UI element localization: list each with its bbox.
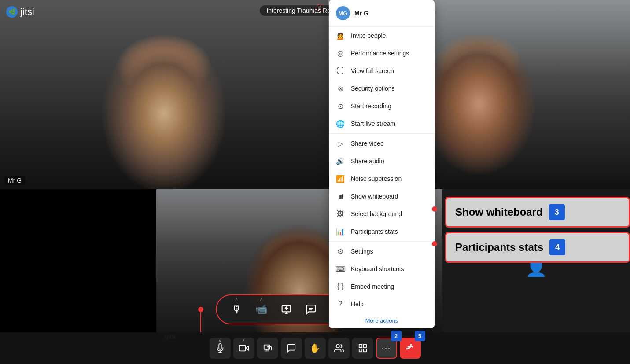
annotation-5: 5 bbox=[415, 331, 425, 341]
connector-dot-participants bbox=[432, 241, 437, 246]
dropdown-item-help[interactable]: ? Help bbox=[329, 295, 435, 313]
svg-rect-12 bbox=[359, 349, 361, 352]
svg-rect-13 bbox=[363, 349, 366, 352]
callout-whiteboard: Show whiteboard 3 bbox=[445, 197, 630, 228]
toolbar-chat-button[interactable] bbox=[301, 300, 321, 319]
dropdown-label-background: Select background bbox=[351, 210, 402, 217]
dropdown-label-settings: Settings bbox=[351, 248, 373, 255]
bar-share-button[interactable] bbox=[257, 338, 278, 359]
dropdown-label-invite: Invite people bbox=[351, 32, 386, 39]
annotation-2: 2 bbox=[391, 331, 402, 341]
callout-participants-stats-text: Participants stats bbox=[455, 241, 543, 254]
callout-whiteboard-text: Show whiteboard bbox=[455, 206, 543, 218]
gear-icon: ⚙ bbox=[336, 247, 345, 256]
dropdown-item-settings[interactable]: ⚙ Settings bbox=[329, 243, 435, 260]
waveform-icon: 📶 bbox=[336, 174, 345, 183]
dropdown-label-share-video: Share video bbox=[351, 140, 384, 147]
dropdown-item-share-audio[interactable]: 🔊 Share audio bbox=[329, 152, 435, 170]
jitsi-logo-text: jitsi bbox=[20, 6, 34, 18]
dropdown-item-share-video[interactable]: ▷ Share video bbox=[329, 135, 435, 152]
toolbar-mic-button[interactable]: ∧ 🎙 bbox=[227, 300, 247, 319]
dropdown-item-embed[interactable]: { } Embed meeting bbox=[329, 278, 435, 295]
video-mr-g: Mr G 🔇 bbox=[0, 0, 328, 189]
toolbar-camera-button[interactable]: ∧ 📹 bbox=[252, 300, 271, 319]
dropdown-label-livestream: Start live stream bbox=[351, 120, 395, 127]
bar-mic-button[interactable]: ∧ bbox=[210, 338, 231, 359]
bar-more-container: ··· 2 bbox=[376, 338, 397, 359]
security-icon: ⊗ bbox=[336, 84, 345, 93]
play-icon: ▷ bbox=[336, 139, 345, 148]
svg-rect-10 bbox=[359, 345, 361, 347]
bar-raise-hand-button[interactable]: ✋ bbox=[305, 338, 326, 359]
toolbar-share-screen-button[interactable] bbox=[276, 300, 296, 319]
callout-participants-stats-number: 4 bbox=[549, 239, 565, 255]
dropdown-item-whiteboard[interactable]: 🖥 Show whiteboard bbox=[329, 188, 435, 205]
stream-icon: 🌐 bbox=[336, 119, 345, 128]
dropdown-item-noise[interactable]: 📶 Noise suppression bbox=[329, 170, 435, 188]
person-add-icon: 🙍 bbox=[336, 31, 345, 40]
dropdown-item-recording[interactable]: ⊙ Start recording bbox=[329, 97, 435, 115]
dropdown-item-background[interactable]: 🖼 Select background bbox=[329, 205, 435, 223]
dropdown-label-share-audio: Share audio bbox=[351, 158, 384, 165]
dropdown-label-shortcuts: Keyboard shortcuts bbox=[351, 265, 404, 272]
record-icon: ⊙ bbox=[336, 102, 345, 110]
dropdown-divider-2 bbox=[329, 241, 435, 242]
whiteboard-icon: 🖥 bbox=[336, 192, 345, 201]
svg-point-9 bbox=[336, 345, 339, 348]
callout-whiteboard-number: 3 bbox=[549, 204, 565, 220]
dropdown-label-recording: Start recording bbox=[351, 103, 391, 110]
dropdown-item-security[interactable]: ⊗ Security options bbox=[329, 80, 435, 97]
bar-camera-button[interactable]: ∧ bbox=[233, 338, 254, 359]
dropdown-label-whiteboard: Show whiteboard bbox=[351, 193, 398, 200]
dropdown-item-invite[interactable]: 🙍 Invite people bbox=[329, 27, 435, 44]
dropdown-menu: MG Mr G 🙍 Invite people ◎ Performance se… bbox=[329, 0, 435, 328]
fullscreen-icon: ⛶ bbox=[336, 66, 345, 75]
dropdown-label-performance: Performance settings bbox=[351, 50, 409, 57]
video-label-mr-g: Mr G bbox=[4, 176, 25, 185]
dropdown-item-performance[interactable]: ◎ Performance settings bbox=[329, 44, 435, 62]
bar-grid-button[interactable] bbox=[352, 338, 373, 359]
dropdown-item-shortcuts[interactable]: ⌨ Keyboard shortcuts bbox=[329, 260, 435, 278]
question-icon: ? bbox=[336, 300, 345, 309]
jitsi-logo: 🌿 jitsi bbox=[6, 6, 34, 18]
svg-rect-11 bbox=[363, 345, 366, 347]
bottom-bar: ∧ ∧ ✋ bbox=[0, 332, 630, 364]
dropdown-label-help: Help bbox=[351, 301, 364, 308]
svg-marker-6 bbox=[245, 346, 248, 350]
keyboard-icon: ⌨ bbox=[336, 265, 345, 273]
bar-chart-icon: 📊 bbox=[336, 227, 345, 236]
image-icon: 🖼 bbox=[336, 210, 345, 218]
svg-rect-7 bbox=[239, 346, 245, 351]
dropdown-item-fullscreen[interactable]: ⛶ View full screen bbox=[329, 62, 435, 80]
embed-icon: { } bbox=[336, 282, 345, 291]
bar-chat-button[interactable] bbox=[281, 338, 302, 359]
dropdown-avatar: MG bbox=[336, 6, 350, 20]
dropdown-label-embed: Embed meeting bbox=[351, 283, 394, 290]
performance-icon: ◎ bbox=[336, 49, 345, 58]
bar-participants-button[interactable] bbox=[328, 338, 350, 359]
dropdown-divider-1 bbox=[329, 133, 435, 134]
dropdown-more-actions[interactable]: More actions bbox=[329, 313, 435, 328]
dropdown-item-livestream[interactable]: 🌐 Start live stream bbox=[329, 115, 435, 132]
dropdown-label-noise: Noise suppression bbox=[351, 175, 402, 182]
jitsi-logo-icon: 🌿 bbox=[6, 6, 18, 18]
dropdown-label-participants-stats: Participants stats bbox=[351, 228, 398, 235]
bar-end-container: 5 bbox=[400, 338, 421, 359]
dropdown-item-participants-stats[interactable]: 📊 Participants stats bbox=[329, 223, 435, 240]
dropdown-label-security: Security options bbox=[351, 85, 395, 92]
dropdown-header: MG Mr G bbox=[329, 0, 435, 27]
connector-dot-whiteboard bbox=[432, 206, 437, 212]
dropdown-username: Mr G bbox=[354, 10, 368, 17]
connector-line-toolbar bbox=[200, 312, 201, 332]
connector-dot-toolbar bbox=[198, 307, 203, 312]
callout-participants-stats: Participants stats 4 bbox=[445, 232, 630, 263]
audio-icon: 🔊 bbox=[336, 157, 345, 165]
dropdown-label-fullscreen: View full screen bbox=[351, 67, 394, 74]
